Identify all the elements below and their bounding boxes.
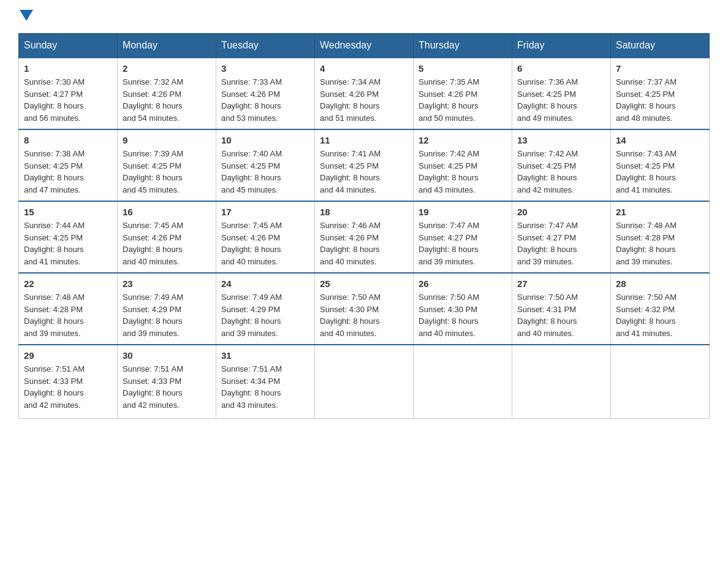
day-info: Sunrise: 7:50 AM Sunset: 4:31 PM Dayligh… <box>517 291 605 339</box>
calendar-table: SundayMondayTuesdayWednesdayThursdayFrid… <box>18 33 710 419</box>
day-number: 1 <box>24 63 112 74</box>
day-info: Sunrise: 7:50 AM Sunset: 4:30 PM Dayligh… <box>320 291 408 339</box>
col-header-tuesday: Tuesday <box>216 34 315 58</box>
logo-arrow-icon <box>20 10 33 23</box>
day-number: 6 <box>517 63 605 74</box>
day-cell: 31 Sunrise: 7:51 AM Sunset: 4:34 PM Dayl… <box>216 345 315 418</box>
day-info: Sunrise: 7:32 AM Sunset: 4:26 PM Dayligh… <box>123 76 211 124</box>
day-number: 12 <box>419 135 507 145</box>
day-info: Sunrise: 7:43 AM Sunset: 4:25 PM Dayligh… <box>616 148 704 196</box>
day-cell: 27 Sunrise: 7:50 AM Sunset: 4:31 PM Dayl… <box>512 273 611 345</box>
day-info: Sunrise: 7:33 AM Sunset: 4:26 PM Dayligh… <box>221 76 309 124</box>
day-info: Sunrise: 7:36 AM Sunset: 4:25 PM Dayligh… <box>517 76 605 124</box>
day-cell: 14 Sunrise: 7:43 AM Sunset: 4:25 PM Dayl… <box>611 129 710 201</box>
day-info: Sunrise: 7:37 AM Sunset: 4:25 PM Dayligh… <box>616 76 704 124</box>
day-cell: 16 Sunrise: 7:45 AM Sunset: 4:26 PM Dayl… <box>118 201 216 273</box>
day-number: 4 <box>320 63 408 74</box>
day-cell: 7 Sunrise: 7:37 AM Sunset: 4:25 PM Dayli… <box>611 58 710 129</box>
day-number: 17 <box>221 207 309 217</box>
day-number: 15 <box>24 207 112 217</box>
day-number: 28 <box>616 278 704 289</box>
day-cell: 13 Sunrise: 7:42 AM Sunset: 4:25 PM Dayl… <box>512 129 611 201</box>
calendar-header-row: SundayMondayTuesdayWednesdayThursdayFrid… <box>19 34 710 58</box>
day-cell: 21 Sunrise: 7:48 AM Sunset: 4:28 PM Dayl… <box>611 201 710 273</box>
day-info: Sunrise: 7:46 AM Sunset: 4:26 PM Dayligh… <box>320 220 408 267</box>
day-number: 23 <box>123 278 211 289</box>
day-cell <box>315 345 414 418</box>
col-header-thursday: Thursday <box>414 34 512 58</box>
day-cell <box>512 345 611 418</box>
day-number: 14 <box>616 135 704 145</box>
day-info: Sunrise: 7:30 AM Sunset: 4:27 PM Dayligh… <box>24 76 112 124</box>
col-header-sunday: Sunday <box>19 34 118 58</box>
day-cell: 28 Sunrise: 7:50 AM Sunset: 4:32 PM Dayl… <box>611 273 710 345</box>
day-cell <box>414 345 512 418</box>
day-number: 11 <box>320 135 408 145</box>
day-info: Sunrise: 7:47 AM Sunset: 4:27 PM Dayligh… <box>517 220 605 267</box>
day-number: 26 <box>419 278 507 289</box>
page-header <box>18 12 710 21</box>
day-cell: 23 Sunrise: 7:49 AM Sunset: 4:29 PM Dayl… <box>118 273 216 345</box>
col-header-friday: Friday <box>512 34 611 58</box>
week-row-1: 1 Sunrise: 7:30 AM Sunset: 4:27 PM Dayli… <box>19 58 710 129</box>
day-cell: 18 Sunrise: 7:46 AM Sunset: 4:26 PM Dayl… <box>315 201 414 273</box>
day-number: 3 <box>221 63 309 74</box>
day-number: 29 <box>24 350 112 361</box>
col-header-saturday: Saturday <box>611 34 710 58</box>
day-cell: 26 Sunrise: 7:50 AM Sunset: 4:30 PM Dayl… <box>414 273 512 345</box>
day-info: Sunrise: 7:42 AM Sunset: 4:25 PM Dayligh… <box>517 148 605 196</box>
day-number: 22 <box>24 278 112 289</box>
day-info: Sunrise: 7:39 AM Sunset: 4:25 PM Dayligh… <box>123 148 211 196</box>
week-row-2: 8 Sunrise: 7:38 AM Sunset: 4:25 PM Dayli… <box>19 129 710 201</box>
day-info: Sunrise: 7:51 AM Sunset: 4:33 PM Dayligh… <box>24 363 112 411</box>
day-number: 5 <box>419 63 507 74</box>
day-info: Sunrise: 7:50 AM Sunset: 4:30 PM Dayligh… <box>419 291 507 339</box>
week-row-5: 29 Sunrise: 7:51 AM Sunset: 4:33 PM Dayl… <box>19 345 710 418</box>
day-cell: 4 Sunrise: 7:34 AM Sunset: 4:26 PM Dayli… <box>315 58 414 129</box>
day-cell: 17 Sunrise: 7:45 AM Sunset: 4:26 PM Dayl… <box>216 201 315 273</box>
day-cell: 24 Sunrise: 7:49 AM Sunset: 4:29 PM Dayl… <box>216 273 315 345</box>
day-info: Sunrise: 7:45 AM Sunset: 4:26 PM Dayligh… <box>221 220 309 267</box>
day-info: Sunrise: 7:48 AM Sunset: 4:28 PM Dayligh… <box>24 291 112 339</box>
day-number: 20 <box>517 207 605 217</box>
day-number: 2 <box>123 63 211 74</box>
day-cell: 10 Sunrise: 7:40 AM Sunset: 4:25 PM Dayl… <box>216 129 315 201</box>
day-cell: 1 Sunrise: 7:30 AM Sunset: 4:27 PM Dayli… <box>19 58 118 129</box>
day-cell: 25 Sunrise: 7:50 AM Sunset: 4:30 PM Dayl… <box>315 273 414 345</box>
day-info: Sunrise: 7:34 AM Sunset: 4:26 PM Dayligh… <box>320 76 408 124</box>
svg-marker-0 <box>20 10 33 21</box>
day-info: Sunrise: 7:45 AM Sunset: 4:26 PM Dayligh… <box>123 220 211 267</box>
day-number: 31 <box>221 350 309 361</box>
day-cell: 11 Sunrise: 7:41 AM Sunset: 4:25 PM Dayl… <box>315 129 414 201</box>
day-info: Sunrise: 7:42 AM Sunset: 4:25 PM Dayligh… <box>419 148 507 196</box>
logo <box>18 12 33 21</box>
week-row-3: 15 Sunrise: 7:44 AM Sunset: 4:25 PM Dayl… <box>19 201 710 273</box>
day-cell: 2 Sunrise: 7:32 AM Sunset: 4:26 PM Dayli… <box>118 58 216 129</box>
day-number: 27 <box>517 278 605 289</box>
day-info: Sunrise: 7:50 AM Sunset: 4:32 PM Dayligh… <box>616 291 704 339</box>
day-info: Sunrise: 7:38 AM Sunset: 4:25 PM Dayligh… <box>24 148 112 196</box>
day-cell: 19 Sunrise: 7:47 AM Sunset: 4:27 PM Dayl… <box>414 201 512 273</box>
day-cell: 30 Sunrise: 7:51 AM Sunset: 4:33 PM Dayl… <box>118 345 216 418</box>
day-info: Sunrise: 7:41 AM Sunset: 4:25 PM Dayligh… <box>320 148 408 196</box>
day-info: Sunrise: 7:48 AM Sunset: 4:28 PM Dayligh… <box>616 220 704 267</box>
day-cell: 29 Sunrise: 7:51 AM Sunset: 4:33 PM Dayl… <box>19 345 118 418</box>
day-number: 24 <box>221 278 309 289</box>
day-info: Sunrise: 7:35 AM Sunset: 4:26 PM Dayligh… <box>419 76 507 124</box>
day-number: 10 <box>221 135 309 145</box>
day-number: 7 <box>616 63 704 74</box>
day-number: 19 <box>419 207 507 217</box>
day-info: Sunrise: 7:49 AM Sunset: 4:29 PM Dayligh… <box>123 291 211 339</box>
day-number: 13 <box>517 135 605 145</box>
day-cell: 15 Sunrise: 7:44 AM Sunset: 4:25 PM Dayl… <box>19 201 118 273</box>
day-number: 9 <box>123 135 211 145</box>
day-number: 21 <box>616 207 704 217</box>
col-header-monday: Monday <box>118 34 216 58</box>
week-row-4: 22 Sunrise: 7:48 AM Sunset: 4:28 PM Dayl… <box>19 273 710 345</box>
day-info: Sunrise: 7:44 AM Sunset: 4:25 PM Dayligh… <box>24 220 112 267</box>
day-cell: 5 Sunrise: 7:35 AM Sunset: 4:26 PM Dayli… <box>414 58 512 129</box>
day-number: 25 <box>320 278 408 289</box>
day-number: 18 <box>320 207 408 217</box>
day-info: Sunrise: 7:49 AM Sunset: 4:29 PM Dayligh… <box>221 291 309 339</box>
day-cell: 3 Sunrise: 7:33 AM Sunset: 4:26 PM Dayli… <box>216 58 315 129</box>
